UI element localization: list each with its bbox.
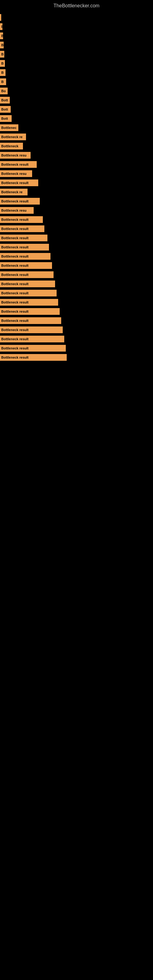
bar: B [0,69,5,76]
bar: B [0,78,6,85]
bar-row: Bottleneck resu [0,206,153,215]
bar-label: Bottleneck re [1,190,22,194]
bar-label: Bottleneck result [1,236,29,240]
bar-label: Bottleneck result [1,181,29,185]
bar: Bottleneck re [0,189,27,196]
bars-container: BBBBBBBBoBottBottBottBottlenecBottleneck… [0,10,153,365]
bar-row: Bottleneck result [0,344,153,353]
bar-row: B [0,50,153,59]
bar-label: B [1,25,2,29]
bar: B [0,51,4,57]
bar: Bottleneck result [0,216,43,223]
bar-row: B [0,68,153,77]
bar: B [0,60,5,67]
bar: Bottleneck result [0,354,67,361]
bar-label: B [1,62,4,65]
bar-label: Bottleneck result [1,301,29,304]
bar-row: Bottleneck result [0,243,153,251]
bar: Bottleneck result [0,326,63,333]
bar-row: B [0,22,153,31]
bar-label: Bottleneck result [1,346,29,350]
bar: Bottleneck [0,143,23,150]
bar-label: B [1,52,4,56]
bar-row: Bottleneck result [0,326,153,334]
bar: Bo [0,88,8,94]
bar-label: Bott [1,117,8,120]
bar-label: Bottleneck result [1,328,29,332]
bar: Bottleneck result [0,299,58,305]
bar-row: Bottleneck result [0,353,153,362]
bar: Bottleneck result [0,198,40,205]
bar-label: Bottleneck result [1,319,29,323]
bar: Bottleneck result [0,290,57,296]
bar: Bottleneck result [0,180,38,186]
bar-row: B [0,32,153,40]
bar-row: Bottleneck result [0,298,153,307]
bar: Bottleneck result [0,225,45,232]
bar-label: Bottleneck result [1,199,29,203]
bar: Bottleneck result [0,280,55,287]
bar-row: Bottleneck result [0,307,153,316]
bar: B [0,23,2,30]
bar-row: Bottleneck re [0,133,153,141]
bar-label: Bottleneck result [1,255,29,258]
bar-row: Bottleneck result [0,335,153,343]
bar-row: B [0,78,153,86]
bar [0,14,1,21]
bar-label: Bottleneck result [1,245,29,249]
bar-label: Bottleneck re [1,135,22,139]
bar: Bottleneck result [0,262,52,269]
bar: B [0,41,4,48]
bar-label: Bottleneck result [1,218,29,221]
bar-label: Bottleneck result [1,273,29,277]
bar: Bottleneck result [0,244,49,250]
bar-row: B [0,59,153,68]
bar-label: Bottleneck result [1,264,29,267]
bar-row: Bottleneck result [0,234,153,242]
bar-row: Bottleneck [0,142,153,150]
bar-label: Bottleneck [1,144,18,148]
bar: Bottleneck result [0,317,61,324]
bar-label: Bottleneck result [1,337,29,341]
bar-label: Bottleneck result [1,356,29,359]
bar-row: Bottleneck result [0,160,153,169]
bar: Bottleneck result [0,308,60,315]
bar: Bottleneck result [0,271,54,278]
bar-row: Bottleneck resu [0,151,153,159]
bar: Bottleneck result [0,345,66,352]
bar-row: Bottleneck re [0,188,153,196]
bar-label: Bottlenec [1,126,16,130]
bar-row [0,13,153,22]
bar: Bott [0,115,12,122]
bar-label: Bott [1,108,8,111]
bar-row: Bottleneck result [0,317,153,325]
bar-row: Bottleneck result [0,261,153,270]
bar-row: Bottleneck result [0,289,153,298]
bar-row: Bo [0,87,153,95]
bar-label: Bottleneck result [1,310,29,313]
bar-label: B [1,71,4,75]
bar-row: Bott [0,96,153,105]
bar-row: Bottleneck result [0,280,153,288]
bar-row: Bottleneck result [0,197,153,205]
bar-label: Bottleneck resu [1,208,27,212]
bar-row: Bottleneck result [0,252,153,261]
bar-row: Bottleneck resu [0,169,153,178]
bar-label: Bott [1,98,8,102]
bar-row: Bottleneck result [0,270,153,279]
bar-row: Bottleneck result [0,224,153,233]
bar-label: Bottleneck result [1,282,29,286]
bar: Bottleneck resu [0,207,33,214]
bar-row: Bottleneck result [0,178,153,187]
bar: Bottlenec [0,124,18,131]
bar-label: Bottleneck result [1,227,29,231]
bar-label: B [1,80,4,84]
site-title: TheBottlenecker.com [0,0,153,10]
bar: Bott [0,97,10,103]
bar: Bottleneck result [0,253,51,260]
bar: B [0,32,3,39]
bar: Bottleneck result [0,235,48,241]
bar-row: Bottlenec [0,123,153,132]
bar-label: B [1,43,4,47]
bar-row: Bott [0,114,153,123]
